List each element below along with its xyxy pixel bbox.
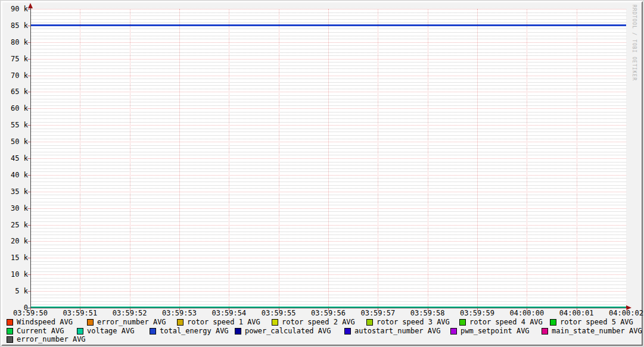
y-tick-label: 75 k [1, 55, 28, 63]
x-tick [179, 308, 180, 311]
legend-color-swatch [177, 319, 183, 326]
y-tick [27, 26, 30, 26]
y-tick-label: 5 k [1, 287, 28, 295]
legend-item: total_energy AVG [150, 327, 229, 335]
y-tick [27, 274, 30, 275]
watermark: RRDTOOL / TOBI OETIKER [631, 5, 637, 81]
y-tick [27, 258, 30, 258]
x-tick [626, 308, 627, 311]
legend-color-swatch [450, 328, 457, 335]
legend-label: Windspeed AVG [17, 318, 73, 326]
v-gridline-major [80, 9, 80, 308]
plot-area [30, 9, 626, 308]
y-tick [27, 92, 30, 92]
legend-color-swatch [87, 319, 94, 326]
y-tick [27, 158, 30, 159]
y-tick-label: 30 k [1, 204, 28, 212]
legend-label: rotor speed 4 AVG [469, 318, 543, 326]
v-gridline-major [279, 9, 279, 308]
x-tick [229, 308, 229, 311]
legend-color-swatch [7, 336, 13, 343]
y-tick-label: 45 k [1, 154, 28, 162]
y-tick [27, 291, 30, 292]
y-tick [27, 108, 30, 109]
legend-label: rotor speed 3 AVG [377, 318, 450, 326]
y-tick [27, 241, 30, 242]
y-tick [27, 76, 30, 76]
y-tick-label: 60 k [1, 104, 28, 112]
x-tick [30, 308, 31, 311]
x-tick [378, 308, 378, 311]
v-gridline-major [428, 9, 428, 308]
legend-item: pwm_setpoint AVG [450, 327, 530, 335]
legend-item: rotor speed 3 AVG [366, 318, 450, 326]
legend-item: rotor speed 2 AVG [272, 318, 355, 326]
legend-item: autostart_number AVG [344, 327, 441, 335]
legend-color-swatch [272, 319, 278, 326]
legend-label: Current AVG [17, 327, 64, 335]
legend-color-swatch [235, 328, 241, 335]
legend-label: main_state_number AVG [552, 327, 642, 335]
legend-item: Current AVG [7, 327, 64, 335]
series-line-0 [30, 24, 626, 26]
x-tick [328, 308, 329, 311]
x-tick [279, 308, 279, 311]
v-gridline-major [328, 9, 329, 308]
y-tick-label: 10 k [1, 270, 28, 279]
y-tick [27, 142, 30, 142]
legend-label: pwm_setpoint AVG [461, 327, 530, 335]
y-tick-label: 15 k [1, 254, 28, 262]
y-tick [27, 225, 30, 226]
x-tick [527, 308, 527, 311]
legend-label: error_number AVG [17, 336, 86, 343]
y-tick [27, 59, 30, 60]
legend-color-swatch [344, 328, 351, 335]
legend-item: Windspeed AVG [7, 318, 73, 326]
legend-label: rotor speed 2 AVG [282, 318, 355, 326]
y-tick [27, 125, 30, 126]
legend-color-swatch [366, 319, 373, 326]
y-tick-label: 55 k [1, 121, 28, 129]
y-tick-label: 35 k [1, 187, 28, 196]
x-axis-line [28, 308, 627, 308]
x-tick [577, 308, 577, 311]
legend-label: rotor speed 1 AVG [187, 318, 260, 326]
legend-label: rotor speed 5 AVG [560, 318, 633, 326]
legend-item: error_number AVG [87, 318, 166, 326]
legend-item: main_state_number AVG [542, 327, 642, 335]
legend-color-swatch [542, 328, 548, 335]
legend-color-swatch [7, 328, 13, 335]
legend-label: power_calculated AVG [245, 327, 331, 335]
y-axis-arrow-icon [28, 3, 33, 8]
legend-item: voltage AVG [77, 327, 134, 335]
y-tick [27, 208, 30, 209]
v-gridline-major [527, 9, 527, 308]
legend-item: rotor speed 1 AVG [177, 318, 260, 326]
legend-label: total_energy AVG [160, 327, 229, 335]
y-tick-label: 65 k [1, 87, 28, 96]
x-tick [428, 308, 428, 311]
y-tick-label: 70 k [1, 71, 28, 80]
legend-color-swatch [459, 319, 466, 326]
y-tick-label: 85 k [1, 21, 28, 30]
legend-color-swatch [550, 319, 556, 326]
y-tick-label: 90 k [1, 5, 28, 13]
legend-item: power_calculated AVG [235, 327, 331, 335]
legend-label: error_number AVG [97, 318, 166, 326]
x-tick [477, 308, 478, 311]
y-tick [27, 9, 30, 10]
legend-color-swatch [7, 319, 13, 326]
y-tick [27, 192, 30, 192]
y-tick [27, 175, 30, 176]
legend-item: rotor speed 4 AVG [459, 318, 543, 326]
rrdtool-graph-image: RRDTOOL / TOBI OETIKER 05 k10 k15 k20 k2… [0, 0, 644, 347]
legend-label: voltage AVG [87, 327, 134, 335]
v-gridline-major [577, 9, 577, 308]
y-axis-line [30, 5, 31, 308]
v-gridline-major [229, 9, 229, 308]
v-gridline-major [130, 9, 130, 308]
legend-color-swatch [150, 328, 156, 335]
legend-item: error_number AVG [7, 336, 86, 343]
legend-label: autostart_number AVG [354, 327, 441, 335]
y-tick-label: 50 k [1, 137, 28, 146]
